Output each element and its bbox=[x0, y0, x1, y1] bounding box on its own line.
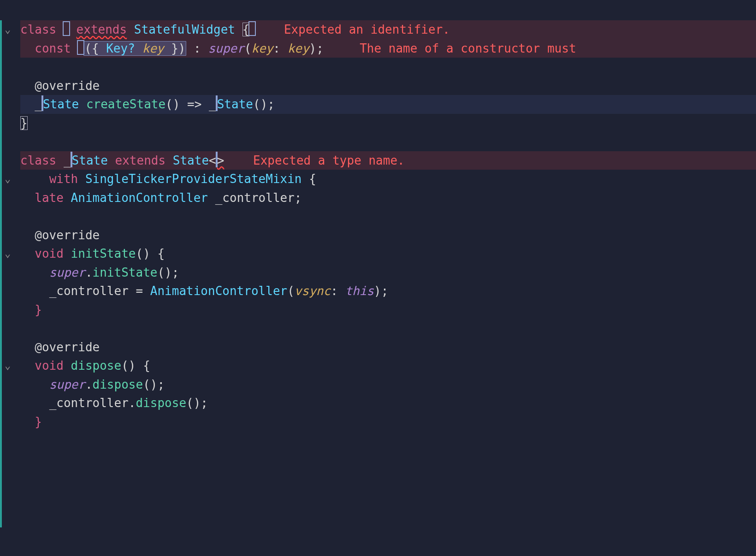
code-line[interactable]: const ({ Key? key }) : super(key: key); … bbox=[20, 39, 756, 58]
code-line[interactable]: late AnimationController _controller; bbox=[20, 189, 756, 207]
code-line[interactable]: _controller.dispose(); bbox=[20, 394, 756, 413]
fold-chevron-down-icon[interactable]: ⌄ bbox=[5, 20, 11, 39]
code-line[interactable]: _controller = AnimationController(vsync:… bbox=[20, 282, 756, 301]
keyword-super: super bbox=[49, 378, 85, 391]
paren-close: ) bbox=[178, 41, 186, 55]
fold-chevron-down-icon[interactable]: ⌄ bbox=[5, 244, 11, 263]
code-line[interactable]: class extends StatefulWidget { Expected … bbox=[20, 20, 756, 39]
semicolon: ; bbox=[157, 378, 165, 391]
dot: . bbox=[85, 378, 93, 391]
method-dispose: dispose bbox=[93, 378, 143, 391]
semicolon: ; bbox=[381, 284, 389, 298]
keyword-class: class bbox=[20, 23, 56, 36]
code-line[interactable]: super.initState(); bbox=[20, 263, 756, 282]
param-key: key bbox=[251, 41, 273, 55]
keyword-extends: extends bbox=[115, 154, 166, 167]
method-dispose: dispose bbox=[136, 396, 186, 410]
semicolon: ; bbox=[201, 396, 208, 410]
colon: : bbox=[194, 41, 201, 55]
keyword-void: void bbox=[35, 359, 64, 373]
method-dispose: dispose bbox=[71, 359, 122, 373]
paren-close: ) bbox=[150, 378, 158, 391]
code-line[interactable] bbox=[20, 319, 756, 338]
code-line[interactable]: } bbox=[20, 301, 756, 319]
paren-close: ) bbox=[194, 396, 201, 410]
code-line[interactable]: with SingleTickerProviderStateMixin { bbox=[20, 170, 756, 189]
angle-open: < bbox=[209, 154, 216, 167]
dot: . bbox=[129, 396, 136, 410]
keyword-const: const bbox=[35, 41, 71, 55]
error-message: Expected a type name. bbox=[253, 154, 405, 167]
paren-close: ) bbox=[374, 284, 381, 298]
code-line[interactable]: @override bbox=[20, 77, 756, 95]
semicolon: ; bbox=[267, 97, 275, 111]
multi-cursor bbox=[248, 21, 256, 36]
annotation-override: @override bbox=[35, 79, 100, 93]
paren-open: ( bbox=[136, 247, 143, 260]
semicolon: ; bbox=[295, 191, 302, 205]
code-line[interactable] bbox=[20, 58, 756, 77]
param-vsync: vsync bbox=[295, 284, 331, 298]
paren-close: ) bbox=[143, 247, 150, 260]
error-message: The name of a constructor must bbox=[360, 41, 583, 55]
annotation-override: @override bbox=[35, 228, 100, 242]
paren-close: ) bbox=[165, 266, 172, 279]
code-line[interactable]: } bbox=[20, 413, 756, 432]
paren-open: ( bbox=[121, 359, 129, 373]
multi-cursor bbox=[63, 21, 70, 36]
fold-chevron-down-icon[interactable]: ⌄ bbox=[5, 356, 11, 375]
method-initstate: initState bbox=[93, 266, 158, 279]
fold-chevron-down-icon[interactable]: ⌄ bbox=[5, 170, 11, 189]
brace-open: { bbox=[157, 247, 165, 260]
semicolon: ; bbox=[316, 41, 324, 55]
code-line[interactable]: } bbox=[20, 114, 756, 133]
keyword-super: super bbox=[49, 266, 85, 279]
code-line[interactable]: class _State extends State<> Expected a … bbox=[20, 151, 756, 170]
code-editor[interactable]: class extends StatefulWidget { Expected … bbox=[20, 20, 756, 431]
arrow: => bbox=[187, 97, 201, 111]
brace-open: { bbox=[143, 359, 150, 373]
keyword-void: void bbox=[35, 247, 64, 260]
type-statefulwidget: StatefulWidget bbox=[134, 23, 235, 36]
brace-close: } bbox=[20, 116, 28, 130]
brace-close: } bbox=[171, 41, 178, 55]
code-line[interactable]: void initState() { bbox=[20, 244, 756, 263]
paren-close: ) bbox=[260, 97, 268, 111]
code-line[interactable] bbox=[20, 132, 756, 151]
method-createstate: createState bbox=[86, 97, 165, 111]
keyword-class: class bbox=[20, 154, 56, 167]
type-state: State bbox=[72, 154, 108, 167]
paren-open: ( bbox=[84, 41, 92, 55]
brace-open: { bbox=[92, 41, 99, 55]
param-key: key bbox=[142, 41, 164, 55]
annotation-override: @override bbox=[35, 340, 100, 354]
paren-close: ) bbox=[129, 359, 136, 373]
code-line[interactable]: _State createState() => _State(); bbox=[20, 95, 756, 114]
error-message: Expected an identifier. bbox=[284, 23, 450, 36]
type-animationcontroller: AnimationController bbox=[71, 191, 208, 205]
code-line[interactable]: @override bbox=[20, 226, 756, 245]
code-line[interactable]: super.dispose(); bbox=[20, 375, 756, 394]
type-animationcontroller: AnimationController bbox=[150, 284, 287, 298]
code-line[interactable]: @override bbox=[20, 338, 756, 357]
semicolon: ; bbox=[172, 266, 179, 279]
code-line[interactable] bbox=[20, 207, 756, 226]
type-state: State bbox=[43, 97, 79, 111]
paren-open: ( bbox=[143, 378, 150, 391]
gutter: ⌄ ⌄ ⌄ ⌄ bbox=[0, 20, 18, 556]
paren-open: ( bbox=[253, 97, 260, 111]
method-initstate: initState bbox=[71, 247, 136, 260]
colon: : bbox=[331, 284, 338, 298]
ident-underscore: _ bbox=[35, 97, 42, 111]
keyword-super: super bbox=[208, 41, 244, 55]
type-key: Key? bbox=[106, 41, 135, 55]
keyword-with: with bbox=[49, 172, 78, 186]
type-mixin: SingleTickerProviderStateMixin bbox=[85, 172, 302, 186]
brace-close: } bbox=[35, 303, 42, 317]
code-line[interactable]: void dispose() { bbox=[20, 356, 756, 375]
keyword-this: this bbox=[345, 284, 374, 298]
ident-controller: _controller bbox=[49, 396, 129, 410]
equals: = bbox=[136, 284, 143, 298]
keyword-late: late bbox=[35, 191, 64, 205]
dot: . bbox=[85, 266, 93, 279]
